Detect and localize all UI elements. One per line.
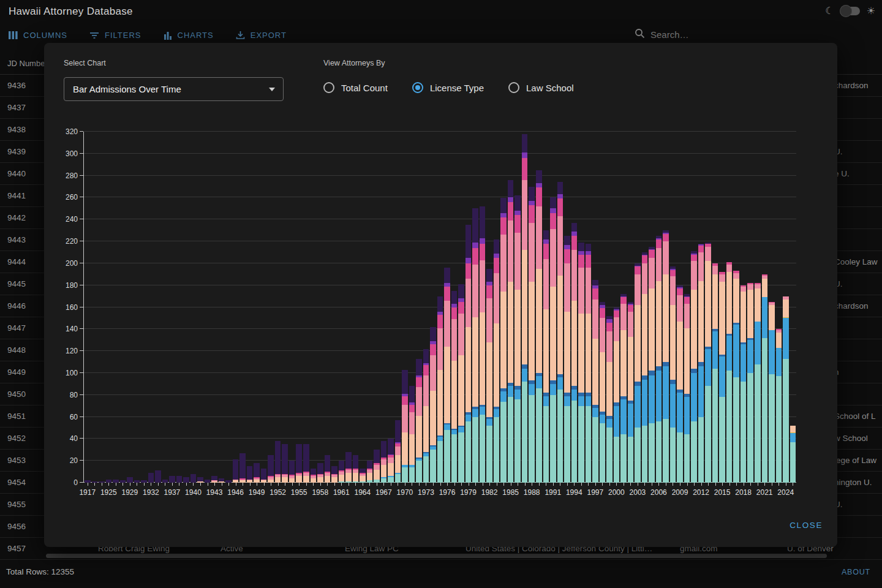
bar-2001[interactable] [620, 294, 627, 483]
bar-1938[interactable] [176, 476, 183, 483]
bar-1929[interactable] [127, 477, 133, 483]
bar-2020[interactable] [755, 283, 761, 483]
bar-1951[interactable] [268, 455, 274, 483]
bar-1975[interactable] [437, 296, 443, 483]
bar-2004[interactable] [642, 252, 648, 483]
bar-1959[interactable] [325, 455, 331, 483]
bar-2018[interactable] [741, 285, 747, 483]
bar-1947[interactable] [239, 453, 246, 483]
bar-2013[interactable] [705, 243, 711, 483]
bar-1962[interactable] [345, 452, 352, 483]
radio-license-type[interactable]: License Type [412, 82, 484, 93]
bar-1999[interactable] [606, 316, 612, 483]
bar-1966[interactable] [374, 450, 380, 483]
bar-2016[interactable] [726, 262, 733, 483]
bar-2021[interactable] [762, 274, 768, 483]
bar-1944[interactable] [219, 478, 225, 483]
bar-1993[interactable] [564, 236, 570, 483]
bar-1988[interactable] [529, 187, 535, 483]
bar-2017[interactable] [733, 271, 739, 483]
bar-1976[interactable] [444, 268, 450, 483]
bar-1984[interactable] [500, 198, 507, 483]
bar-1983[interactable] [494, 239, 500, 483]
bar-1977[interactable] [451, 291, 458, 483]
bar-2015[interactable] [719, 272, 725, 483]
bar-2025[interactable] [790, 426, 796, 483]
bar-1960[interactable] [331, 466, 337, 483]
bar-1969[interactable] [395, 420, 401, 483]
bar-1974[interactable] [430, 327, 436, 483]
bar-1955[interactable] [296, 444, 302, 483]
bar-1943[interactable] [211, 476, 217, 483]
chart-select-dropdown[interactable]: Bar Admissions Over Time [64, 77, 284, 101]
bar-1961[interactable] [339, 461, 345, 483]
bar-2023[interactable] [776, 329, 782, 483]
bar-2002[interactable] [628, 302, 634, 483]
bar-1980[interactable] [472, 208, 478, 483]
bar-1994[interactable] [571, 223, 578, 483]
bar-1982[interactable] [486, 269, 492, 483]
bar-1963[interactable] [353, 455, 359, 483]
bar-1933[interactable] [155, 470, 161, 483]
bar-1956[interactable] [303, 444, 309, 483]
bar-1973[interactable] [423, 349, 429, 483]
bar-1941[interactable] [197, 477, 203, 483]
close-button[interactable]: CLOSE [790, 521, 823, 530]
bar-1965[interactable] [367, 461, 373, 483]
radio-law-school[interactable]: Law School [508, 82, 574, 93]
bar-1957[interactable] [311, 469, 317, 483]
about-link[interactable]: ABOUT [842, 568, 870, 576]
bar-1946[interactable] [233, 459, 239, 483]
bar-1991[interactable] [550, 197, 556, 483]
bar-1971[interactable] [409, 386, 415, 483]
bar-1952[interactable] [275, 441, 281, 483]
bar-2008[interactable] [670, 266, 676, 483]
bar-2005[interactable] [649, 247, 655, 483]
bar-1987[interactable] [522, 134, 528, 483]
bar-2012[interactable] [698, 244, 704, 483]
bar-2019[interactable] [747, 283, 753, 483]
bar-2011[interactable] [691, 251, 697, 483]
bar-1972[interactable] [416, 359, 422, 483]
bar-1996[interactable] [586, 244, 592, 483]
bar-2022[interactable] [769, 302, 775, 483]
horizontal-scrollbar[interactable] [46, 554, 827, 558]
bar-1950[interactable] [261, 469, 267, 483]
radio-total-count[interactable]: Total Count [323, 82, 388, 93]
bar-1985[interactable] [508, 180, 514, 483]
column-header-jd-number[interactable]: JD Number [7, 59, 48, 68]
bar-1981[interactable] [480, 206, 486, 483]
bar-1939[interactable] [183, 477, 189, 483]
bar-2007[interactable] [663, 230, 669, 483]
bar-1949[interactable] [254, 463, 260, 483]
bar-1964[interactable] [360, 469, 366, 483]
segment-peach [733, 279, 739, 323]
bar-1970[interactable] [402, 370, 408, 483]
bar-1986[interactable] [514, 195, 521, 483]
x-tick [377, 483, 377, 486]
bar-1968[interactable] [388, 439, 394, 483]
bar-1932[interactable] [148, 473, 154, 483]
bar-2014[interactable] [712, 263, 718, 483]
bar-2006[interactable] [656, 236, 662, 483]
bar-1937[interactable] [169, 476, 175, 483]
bar-2024[interactable] [783, 296, 789, 483]
bar-1958[interactable] [317, 463, 323, 483]
bar-2009[interactable] [677, 285, 683, 483]
bar-1954[interactable] [289, 461, 295, 483]
bar-1953[interactable] [282, 444, 288, 483]
bar-1948[interactable] [247, 466, 253, 483]
bar-2010[interactable] [684, 294, 690, 483]
bar-1989[interactable] [536, 170, 542, 483]
bar-1998[interactable] [600, 302, 606, 483]
bar-1940[interactable] [190, 474, 197, 483]
bar-1997[interactable] [592, 280, 598, 483]
bar-1990[interactable] [543, 230, 549, 483]
bar-1967[interactable] [381, 441, 387, 483]
bar-1978[interactable] [458, 284, 464, 483]
bar-2000[interactable] [614, 307, 620, 483]
bar-1995[interactable] [578, 243, 584, 483]
bar-1979[interactable] [466, 225, 472, 483]
bar-2003[interactable] [635, 263, 641, 483]
bar-1992[interactable] [557, 182, 564, 483]
